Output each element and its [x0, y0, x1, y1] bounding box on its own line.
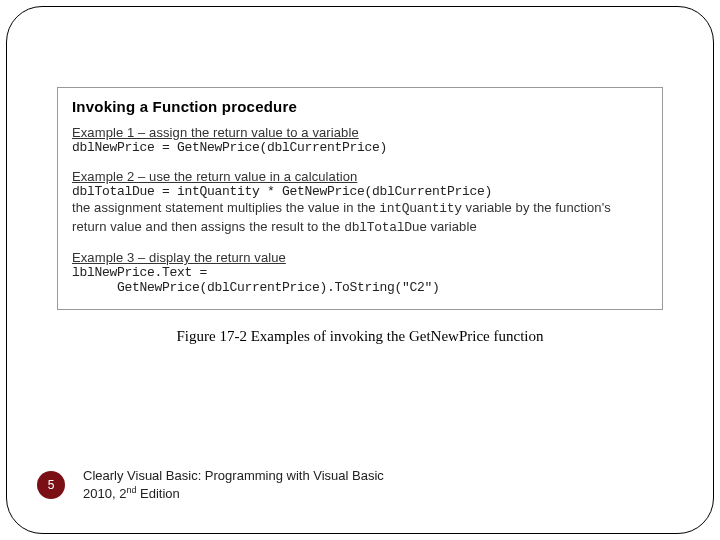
example1-label: Example 1 – assign the return value to a… [72, 125, 648, 140]
example3-code-line2: GetNewPrice(dblCurrentPrice).ToString("C… [72, 280, 648, 295]
desc-mono: intQuantity [379, 201, 462, 216]
page-number: 5 [48, 478, 55, 492]
desc-mono: dblTotalDue [344, 220, 427, 235]
example1-code: dblNewPrice = GetNewPrice(dblCurrentPric… [72, 140, 648, 155]
slide-footer: 5 Clearly Visual Basic: Programming with… [37, 467, 653, 503]
figure-heading: Invoking a Function procedure [72, 98, 648, 115]
page-number-badge: 5 [37, 471, 65, 499]
example3-code-line1: lblNewPrice.Text = [72, 265, 648, 280]
book-text: Edition [136, 486, 179, 501]
example2-code: dblTotalDue = intQuantity * GetNewPrice(… [72, 184, 648, 199]
slide-frame: Invoking a Function procedure Example 1 … [6, 6, 714, 534]
figure-caption: Figure 17-2 Examples of invoking the Get… [57, 328, 663, 345]
book-ordinal: nd [126, 485, 136, 495]
desc-text: the assignment statement multiplies the … [72, 200, 379, 215]
figure-box: Invoking a Function procedure Example 1 … [57, 87, 663, 310]
desc-text: variable [427, 219, 477, 234]
example3-label: Example 3 – display the return value [72, 250, 648, 265]
example2-description: the assignment statement multiplies the … [72, 199, 648, 236]
book-reference: Clearly Visual Basic: Programming with V… [83, 467, 403, 503]
example2-label: Example 2 – use the return value in a ca… [72, 169, 648, 184]
